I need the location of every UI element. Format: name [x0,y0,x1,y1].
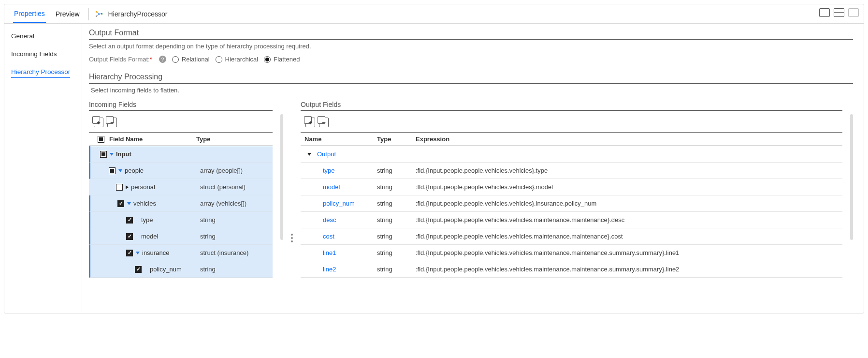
layout-restore-icon[interactable] [848,8,859,17]
svg-line-4 [97,12,99,14]
svg-line-5 [97,14,99,16]
row-checkbox[interactable] [117,200,124,207]
nav-general[interactable]: General [11,32,75,40]
main-panel: Output Format Select an output format de… [82,24,864,313]
output-expression: :fld.{Input.people.people.vehicles.vehic… [416,200,842,207]
scrollbar[interactable] [850,114,853,240]
top-tabs: Properties Preview [8,4,81,23]
collapse-icon[interactable] [110,153,114,156]
output-field-name[interactable]: model [323,183,340,191]
incoming-toolbar: + − [89,116,273,132]
output-field-name[interactable]: policy_num [323,200,355,207]
radio-hierarchical[interactable]: Hierarchical [216,56,259,63]
collapse-icon[interactable] [118,169,122,172]
row-checkbox[interactable] [100,151,107,158]
output-root-label[interactable]: Output [317,150,336,158]
scrollbar[interactable] [280,114,283,240]
tree-row[interactable]: peoplearray (people[]) [89,163,273,179]
collapse-icon[interactable] [307,153,311,156]
field-type: string [200,216,273,224]
row-checkbox[interactable] [116,184,123,191]
output-expression: :fld.{Input.people.people.vehicles.vehic… [416,233,842,240]
column-resize-handle[interactable] [291,137,293,242]
field-type: array (vehicles[]) [200,200,273,207]
incoming-column: Incoming Fields + − Field Name Type Inpu… [89,101,273,278]
field-name: policy_num [150,266,182,273]
output-field-name[interactable]: cost [323,233,334,240]
help-icon[interactable]: ? [159,56,166,63]
collapse-all-button[interactable]: − [319,118,329,127]
output-field-name[interactable]: line1 [323,249,336,256]
header-expression: Expression [416,135,839,143]
tree-row[interactable]: insurancestruct (insurance) [89,245,273,261]
layout-single-icon[interactable] [819,8,830,17]
radio-icon [264,56,271,63]
field-name: Input [116,150,131,158]
expand-all-button[interactable]: + [94,118,103,127]
incoming-tree: Inputpeoplearray (people[])personalstruc… [89,146,273,278]
hierarchy-processing-help: Select incoming fields to flatten. [91,87,853,94]
output-row[interactable]: typestring:fld.{Input.people.people.vehi… [301,163,842,179]
output-field-type: string [377,249,416,256]
hierarchy-processing-heading: Hierarchy Processing [89,73,853,84]
row-checkbox[interactable] [126,250,133,256]
output-row[interactable]: line1string:fld.{Input.people.people.veh… [301,245,842,261]
output-header: Name Type Expression [301,132,842,146]
collapse-all-button[interactable]: − [107,118,117,127]
expand-all-button[interactable]: + [305,118,315,127]
nav-incoming-fields[interactable]: Incoming Fields [11,50,75,58]
nav-hierarchy-processor[interactable]: Hierarchy Processor [11,68,70,78]
tree-row[interactable]: vehiclesarray (vehicles[]) [89,195,273,212]
output-row[interactable]: modelstring:fld.{Input.people.people.veh… [301,179,842,195]
tree-row[interactable]: personalstruct (personal) [89,179,273,195]
hierarchy-processor-icon [95,10,103,18]
row-checkbox[interactable] [126,217,133,224]
expand-icon[interactable] [126,185,129,189]
window-layout-buttons [819,8,859,17]
output-rows: Output typestring:fld.{Input.people.peop… [301,146,842,278]
output-field-name[interactable]: line2 [323,266,336,273]
radio-flattened[interactable]: Flattened [264,56,300,63]
tab-properties[interactable]: Properties [13,5,46,23]
field-name: people [125,167,144,174]
output-title: Output Fields [301,101,842,111]
output-field-name[interactable]: type [323,167,335,174]
output-field-type: string [377,233,416,240]
tab-preview[interactable]: Preview [55,5,81,22]
tree-row[interactable]: typestring [89,212,273,228]
radio-relational[interactable]: Relational [172,56,210,63]
row-checkbox[interactable] [135,266,142,273]
row-checkbox[interactable] [109,167,116,174]
output-field-name[interactable]: desc [323,216,336,224]
field-name: model [141,233,158,240]
output-root-row[interactable]: Output [301,146,842,163]
output-row[interactable]: descstring:fld.{Input.people.people.vehi… [301,212,842,228]
select-all-checkbox[interactable] [98,136,104,143]
header-type: Type [377,135,416,143]
row-checkbox[interactable] [126,233,133,240]
page-title: HierarchyProcessor [108,10,168,18]
tree-row[interactable]: modelstring [89,228,273,245]
output-row[interactable]: policy_numstring:fld.{Input.people.peopl… [301,195,842,212]
output-toolbar: + − [301,116,842,132]
output-format-label: Output Fields Format:* [89,56,152,63]
tree-row[interactable]: policy_numstring [89,261,273,278]
svg-rect-1 [96,15,97,17]
svg-rect-2 [101,13,102,15]
top-bar: Properties Preview HierarchyProcessor [4,4,864,24]
output-expression: :fld.{Input.people.people.vehicles.vehic… [416,167,842,174]
app-frame: Properties Preview HierarchyProcessor [4,4,864,313]
output-expression: :fld.{Input.people.people.vehicles.vehic… [416,183,842,191]
collapse-icon[interactable] [127,202,131,205]
output-format-heading: Output Format [89,29,853,40]
output-row[interactable]: line2string:fld.{Input.people.people.veh… [301,261,842,278]
field-type: struct (insurance) [200,249,273,256]
tree-row[interactable]: Input [89,146,273,163]
output-expression: :fld.{Input.people.people.vehicles.vehic… [416,266,842,273]
collapse-icon[interactable] [136,252,140,254]
output-field-type: string [377,200,416,207]
output-row[interactable]: coststring:fld.{Input.people.people.vehi… [301,228,842,245]
layout-split-icon[interactable] [834,8,844,17]
field-type: string [200,233,273,240]
output-field-type: string [377,167,416,174]
